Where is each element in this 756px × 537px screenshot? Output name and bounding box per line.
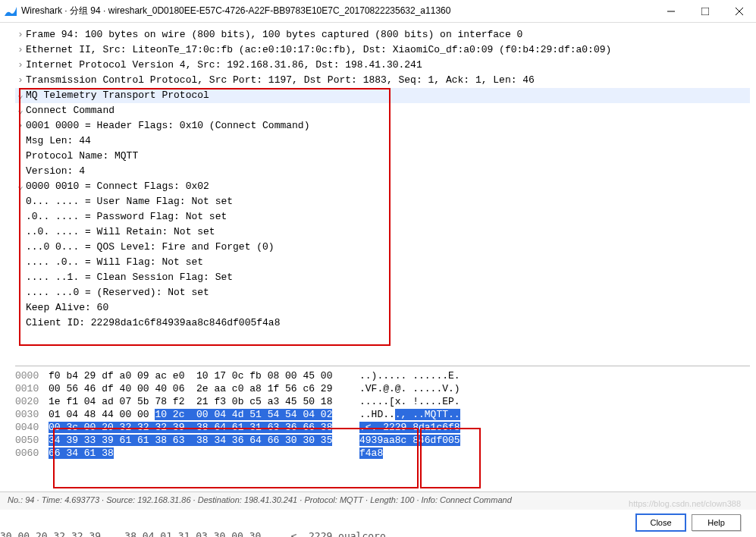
help-button[interactable]: Help — [692, 514, 741, 531]
wireshark-icon — [5, 5, 17, 17]
minimize-button[interactable] — [654, 0, 688, 23]
hex-bytes: 66 34 61 38 — [49, 447, 359, 460]
hex-offset: 0050 — [15, 434, 49, 447]
spacer-icon — [15, 285, 26, 300]
tree-label: Keep Alive: 60 — [26, 300, 108, 316]
close-window-button[interactable] — [722, 0, 756, 23]
tree-row[interactable]: Keep Alive: 60 — [15, 300, 750, 316]
spacer-icon — [15, 194, 26, 209]
hex-offset: 0040 — [15, 421, 49, 434]
hex-offset: 0030 — [15, 408, 49, 421]
expand-icon[interactable]: › — [15, 27, 26, 42]
hex-bytes: 1e f1 04 ad 07 5b 78 f2 21 f3 0b c5 a3 4… — [49, 395, 359, 408]
watermark-text: https://blog.csdn.net/clown388 — [629, 499, 741, 508]
tree-label: 0000 0010 = Connect Flags: 0x02 — [26, 179, 209, 194]
hex-row[interactable]: 0000f0 b4 29 df a0 09 ac e0 10 17 0c fb … — [15, 369, 750, 382]
tree-label: .0.. .... = Password Flag: Not set — [26, 209, 227, 225]
expand-icon[interactable]: › — [15, 58, 26, 73]
hex-row[interactable]: 006066 34 61 38 f4a8 — [15, 447, 750, 460]
tree-row[interactable]: Client ID: 22298da1c6f84939aa8c846df005f… — [15, 316, 750, 331]
hex-row[interactable]: 00201e f1 04 ad 07 5b 78 f2 21 f3 0b c5 … — [15, 395, 750, 408]
tree-row[interactable]: ..0. .... = Will Retain: Not set — [15, 225, 750, 240]
titlebar: Wireshark · 分组 94 · wireshark_0D0180EE-E… — [0, 0, 756, 23]
expand-icon[interactable]: › — [15, 73, 26, 88]
packet-bytes-hex[interactable]: 0000f0 b4 29 df a0 09 ac e0 10 17 0c fb … — [15, 366, 750, 464]
tree-label: ...0 0... = QOS Level: Fire and Forget (… — [26, 240, 274, 255]
tree-row[interactable]: ...0 0... = QOS Level: Fire and Forget (… — [15, 240, 750, 255]
tree-label: .... ..1. = Clean Session Flag: Set — [26, 270, 233, 285]
expand-icon[interactable]: › — [15, 42, 26, 58]
window-controls — [654, 0, 756, 23]
hex-bytes: 00 56 46 df 40 00 40 06 2e aa c0 a8 1f 5… — [49, 382, 359, 395]
tree-label: Transmission Control Protocol, Src Port:… — [26, 73, 535, 88]
dialog-buttons: Close Help — [636, 514, 741, 531]
tree-label: Ethernet II, Src: LiteonTe_17:0c:fb (ac:… — [26, 42, 611, 58]
hex-offset: 0010 — [15, 382, 49, 395]
hex-ascii: ..)..... ......E. — [359, 369, 750, 382]
spacer-icon — [15, 209, 26, 225]
svg-rect-1 — [701, 8, 709, 15]
tree-row[interactable]: .... ...0 = (Reserved): Not set — [15, 285, 750, 300]
tree-label: MQ Telemetry Transport Protocol — [26, 88, 209, 103]
tree-row[interactable]: ⌄ 0000 0010 = Connect Flags: 0x02 — [15, 179, 750, 194]
tree-row[interactable]: ⌄ MQ Telemetry Transport Protocol — [15, 88, 750, 103]
spacer-icon — [15, 316, 26, 331]
tree-label: .... ...0 = (Reserved): Not set — [26, 285, 209, 300]
tree-row[interactable]: Protocol Name: MQTT — [15, 149, 750, 164]
tree-label: 0... .... = User Name Flag: Not set — [26, 194, 233, 209]
spacer-icon — [15, 149, 26, 164]
hex-offset: 0020 — [15, 395, 49, 408]
hex-ascii: f4a8 — [359, 447, 750, 460]
tree-row[interactable]: .... .0.. = Will Flag: Not set — [15, 255, 750, 270]
hex-offset: 0000 — [15, 369, 49, 382]
tree-row[interactable]: .... ..1. = Clean Session Flag: Set — [15, 270, 750, 285]
hex-row[interactable]: 003001 04 48 44 00 00 10 2c 00 04 4d 51 … — [15, 408, 750, 421]
spacer-icon — [15, 270, 26, 285]
tree-row[interactable]: 0... .... = User Name Flag: Not set — [15, 194, 750, 209]
tree-row[interactable]: › Frame 94: 100 bytes on wire (800 bits)… — [15, 27, 750, 42]
hex-bytes: f0 b4 29 df a0 09 ac e0 10 17 0c fb 08 0… — [49, 369, 359, 382]
hex-row[interactable]: 004000 3c 00 20 32 32 32 39 38 64 61 31 … — [15, 421, 750, 434]
tree-label: Connect Command — [26, 103, 114, 118]
tree-label: Version: 4 — [26, 164, 85, 179]
tree-label: .... .0.. = Will Flag: Not set — [26, 255, 203, 270]
tree-row[interactable]: › Transmission Control Protocol, Src Por… — [15, 73, 750, 88]
hex-ascii: .VF.@.@. .....V.) — [359, 382, 750, 395]
hex-bytes: 00 3c 00 20 32 32 32 39 38 64 61 31 63 3… — [49, 421, 359, 434]
collapse-icon[interactable]: ⌄ — [15, 103, 26, 118]
hex-ascii: .....[x. !....EP. — [359, 395, 750, 408]
hex-offset: 0060 — [15, 447, 49, 460]
tree-label: Internet Protocol Version 4, Src: 192.16… — [26, 58, 422, 73]
hex-row[interactable]: 001000 56 46 df 40 00 40 06 2e aa c0 a8 … — [15, 382, 750, 395]
tree-row[interactable]: › 0001 0000 = Header Flags: 0x10 (Connec… — [15, 118, 750, 133]
tree-label: 0001 0000 = Header Flags: 0x10 (Connect … — [26, 118, 309, 133]
spacer-icon — [15, 240, 26, 255]
maximize-button[interactable] — [688, 0, 722, 23]
tree-row[interactable]: Msg Len: 44 — [15, 133, 750, 149]
spacer-icon — [15, 225, 26, 240]
collapse-icon[interactable]: ⌄ — [15, 88, 26, 103]
cropped-hex-row: 30 00 20 32 32 39 38 04 01 31 03 30 00 3… — [0, 530, 386, 537]
collapse-icon[interactable]: ⌄ — [15, 179, 26, 194]
tree-row[interactable]: › Ethernet II, Src: LiteonTe_17:0c:fb (a… — [15, 42, 750, 58]
hex-ascii: .<. 2229 8da1c6f8 — [359, 421, 750, 434]
hex-bytes: 34 39 33 39 61 61 38 63 38 34 36 64 66 3… — [49, 434, 359, 447]
hex-row[interactable]: 005034 39 33 39 61 61 38 63 38 34 36 64 … — [15, 434, 750, 447]
spacer-icon — [15, 300, 26, 316]
tree-row[interactable]: › Internet Protocol Version 4, Src: 192.… — [15, 58, 750, 73]
packet-details-tree[interactable]: › Frame 94: 100 bytes on wire (800 bits)… — [15, 27, 750, 361]
spacer-icon — [15, 133, 26, 149]
expand-icon[interactable]: › — [15, 118, 26, 133]
tree-row[interactable]: ⌄ Connect Command — [15, 103, 750, 118]
window-title: Wireshark · 分组 94 · wireshark_0D0180EE-E… — [21, 5, 654, 17]
tree-row[interactable]: Version: 4 — [15, 164, 750, 179]
spacer-icon — [15, 255, 26, 270]
tree-label: Client ID: 22298da1c6f84939aa8c846df005f… — [26, 316, 280, 331]
close-button[interactable]: Close — [636, 514, 685, 531]
hex-bytes: 01 04 48 44 00 00 10 2c 00 04 4d 51 54 5… — [49, 408, 359, 421]
tree-label: Frame 94: 100 bytes on wire (800 bits), … — [26, 27, 522, 42]
hex-ascii: 4939aa8c 846df005 — [359, 434, 750, 447]
tree-label: Protocol Name: MQTT — [26, 149, 138, 164]
hex-ascii: ..HD..., ..MQTT.. — [359, 408, 750, 421]
tree-row[interactable]: .0.. .... = Password Flag: Not set — [15, 209, 750, 225]
